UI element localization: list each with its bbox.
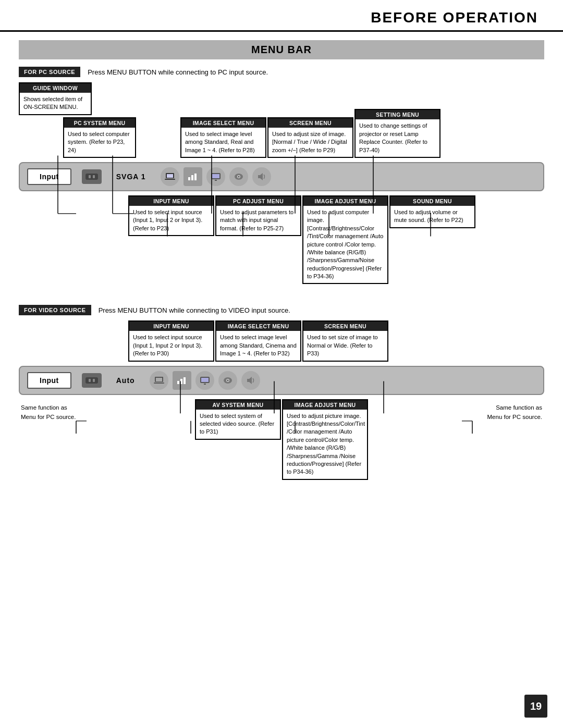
svg-rect-13 xyxy=(93,175,95,178)
input-menu-body-video: Used to select input source (Input 1, In… xyxy=(129,331,213,360)
svg-marker-51 xyxy=(247,377,252,384)
pc-icon-laptop: /> xyxy=(161,167,179,186)
video-connector-icon xyxy=(82,373,102,388)
svg-rect-44 xyxy=(183,377,186,384)
video-projector-bar: Input Auto xyxy=(19,366,544,395)
video-icon-2 xyxy=(173,371,191,390)
video-icon-1 xyxy=(150,371,168,390)
svg-rect-38 xyxy=(93,379,95,382)
pc-source-label: SVGA 1 xyxy=(116,172,146,181)
av-system-menu-title: AV SYSTEM MENU xyxy=(196,400,280,410)
input-menu-body-pc: Used to select input source (Input 1, In… xyxy=(129,206,213,235)
pc-system-menu-title: PC SYSTEM MENU xyxy=(64,118,135,128)
image-select-menu-body-video: Used to select image level among Standar… xyxy=(216,331,300,360)
svg-rect-36 xyxy=(85,377,98,384)
input-menu-box-pc: INPUT MENU Used to select input source (… xyxy=(128,195,214,236)
image-select-menu-box-pc: IMAGE SELECT MENU Used to select image l… xyxy=(180,117,266,158)
svg-rect-11 xyxy=(85,174,98,180)
video-source-label-proj: Auto xyxy=(116,376,135,385)
pc-adjust-menu-box: PC ADJUST MENU Used to adjust parameters… xyxy=(215,195,301,236)
svg-rect-47 xyxy=(204,384,206,385)
video-icon-5 xyxy=(241,371,260,390)
input-menu-title-pc: INPUT MENU xyxy=(129,196,213,206)
section-title-bar: MENU BAR xyxy=(19,40,544,59)
pc-connector-icon xyxy=(82,169,102,184)
svg-rect-12 xyxy=(89,175,91,178)
pc-source-diagram: GUIDE WINDOW Shows selected item of ON-S… xyxy=(19,82,544,284)
screen-menu-box-pc: SCREEN MENU Used to adjust size of image… xyxy=(267,117,353,158)
same-fn-right-text: Same function as Menu for PC source. xyxy=(487,404,542,420)
svg-rect-40 xyxy=(156,378,162,381)
section-title: MENU BAR xyxy=(251,44,312,55)
svg-rect-43 xyxy=(180,379,182,384)
pc-input-button[interactable]: Input xyxy=(27,168,71,185)
svg-rect-41 xyxy=(154,382,164,384)
image-adjust-menu-body-video: Used to adjust picture image. [Contrast/… xyxy=(283,410,367,479)
av-system-menu-body: Used to select system of selected video … xyxy=(196,410,280,439)
same-fn-right: Same function as Menu for PC source. xyxy=(369,399,544,424)
image-adjust-menu-title-pc: IMAGE ADJUST MENU xyxy=(303,196,387,206)
pc-source-label-row: FOR PC SOURCE Press MENU BUTTON while co… xyxy=(19,67,544,77)
pc-source-desc: Press MENU BUTTON while connecting to PC… xyxy=(88,68,268,76)
sound-menu-box: SOUND MENU Used to adjust volume or mute… xyxy=(389,195,475,228)
image-select-menu-title-pc: IMAGE SELECT MENU xyxy=(181,118,265,128)
image-adjust-menu-title-video: IMAGE ADJUST MENU xyxy=(283,400,367,410)
pc-proj-icons: /> xyxy=(161,167,271,186)
screen-menu-title-pc: SCREEN MENU xyxy=(268,118,352,128)
video-source-diagram: INPUT MENU Used to select input source (… xyxy=(19,320,544,479)
video-icon-4 xyxy=(218,371,237,390)
pc-icon-screen xyxy=(206,167,225,186)
video-source-label-row: FOR VIDEO SOURCE Press MENU BUTTON while… xyxy=(19,305,544,315)
image-select-menu-title-video: IMAGE SELECT MENU xyxy=(216,322,300,331)
video-input-button[interactable]: Input xyxy=(27,372,71,389)
guide-window-body: Shows selected item of ON-SCREEN MENU. xyxy=(20,93,91,114)
same-fn-left: Same function as Menu for PC source. xyxy=(19,399,194,424)
av-system-menu-box: AV SYSTEM MENU Used to select system of … xyxy=(195,399,281,440)
pc-adjust-menu-title: PC ADJUST MENU xyxy=(216,196,300,206)
guide-window-title: GUIDE WINDOW xyxy=(20,83,91,93)
svg-rect-19 xyxy=(194,174,197,180)
image-adjust-menu-box-video: IMAGE ADJUST MENU Used to adjust picture… xyxy=(282,399,368,480)
image-select-menu-box-video: IMAGE SELECT MENU Used to select image l… xyxy=(215,320,301,361)
pc-adjust-menu-body: Used to adjust parameters to match with … xyxy=(216,206,300,235)
pc-system-menu-box: PC SYSTEM MENU Used to select computer s… xyxy=(63,117,136,158)
svg-rect-15 xyxy=(167,174,173,178)
svg-rect-17 xyxy=(188,177,190,180)
svg-rect-16 xyxy=(165,179,175,180)
image-adjust-menu-box-pc: IMAGE ADJUST MENU Used to adjust compute… xyxy=(302,195,388,285)
svg-rect-37 xyxy=(89,379,91,382)
svg-rect-18 xyxy=(191,175,193,180)
screen-menu-body-video: Used to set size of image to Normal or W… xyxy=(303,331,387,360)
svg-point-50 xyxy=(227,379,228,381)
setting-menu-title: SETTING MENU xyxy=(356,110,439,119)
svg-rect-21 xyxy=(212,174,219,178)
input-menu-title-video: INPUT MENU xyxy=(129,322,213,331)
svg-rect-42 xyxy=(177,381,179,384)
svg-rect-22 xyxy=(215,180,217,181)
video-proj-icons xyxy=(150,371,260,390)
screen-menu-body-pc: Used to adjust size of image. [Normal / … xyxy=(268,128,352,157)
video-source-desc: Press MENU BUTTON while connecting to VI… xyxy=(99,306,290,314)
sound-menu-title: SOUND MENU xyxy=(390,196,474,206)
setting-menu-body: Used to change settings of projector or … xyxy=(356,119,439,157)
page-header: BEFORE OPERATION xyxy=(0,0,563,32)
svg-marker-26 xyxy=(258,173,263,180)
sound-menu-body: Used to adjust volume or mute sound. (Re… xyxy=(390,206,474,227)
pc-projector-bar: Input SVGA 1 /> xyxy=(19,162,544,191)
video-icon-3 xyxy=(195,371,214,390)
pc-icon-speaker xyxy=(252,167,271,186)
video-source-badge: FOR VIDEO SOURCE xyxy=(19,305,91,315)
page-number: 19 xyxy=(524,695,547,718)
pc-icon-projector xyxy=(229,167,248,186)
svg-rect-46 xyxy=(201,378,209,382)
guide-window-box: GUIDE WINDOW Shows selected item of ON-S… xyxy=(19,82,92,115)
input-menu-box-video: INPUT MENU Used to select input source (… xyxy=(128,320,214,361)
image-adjust-menu-body-pc: Used to adjust computer image. [Contrast… xyxy=(303,206,387,283)
svg-point-25 xyxy=(238,176,239,177)
same-fn-left-text: Same function as Menu for PC source. xyxy=(21,404,76,420)
screen-menu-title-video: SCREEN MENU xyxy=(303,322,387,331)
setting-menu-box: SETTING MENU Used to change settings of … xyxy=(354,109,440,158)
page-title: BEFORE OPERATION xyxy=(371,9,538,26)
pc-system-menu-body: Used to select computer system. (Refer t… xyxy=(64,128,135,157)
pc-source-badge: FOR PC SOURCE xyxy=(19,67,80,77)
